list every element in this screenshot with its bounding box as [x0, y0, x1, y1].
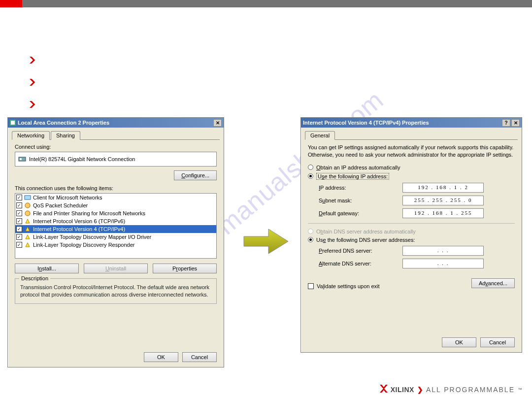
alt-dns-label: Alternate DNS server:	[319, 261, 402, 266]
list-item[interactable]: ✓File and Printer Sharing for Microsoft …	[15, 209, 216, 217]
brand-red-bar	[0, 0, 22, 7]
ok-button[interactable]: OK	[144, 352, 178, 362]
radio-use-dns[interactable]: Use the following DNS server addresses:	[308, 237, 515, 243]
list-item-label: QoS Packet Scheduler	[33, 202, 88, 208]
ok-button[interactable]: OK	[442, 337, 476, 347]
default-gateway-input[interactable]: 192 . 168 . 1 . 255	[402, 208, 484, 218]
tabs: Networking Sharing	[12, 131, 220, 140]
subnet-label: Subnet mask:	[319, 198, 402, 203]
chevron-icon: ❯	[417, 386, 423, 394]
window-title: Local Area Connection 2 Properties	[18, 120, 109, 126]
checkbox-icon[interactable]: ✓	[16, 226, 22, 232]
preferred-dns-input[interactable]: . . .	[402, 246, 484, 256]
gateway-label: Default gateway:	[319, 210, 402, 216]
info-text: You can get IP settings assigned automat…	[308, 144, 515, 159]
items-label: This connection uses the following items…	[15, 185, 217, 191]
list-item[interactable]: ✓Link-Layer Topology Discovery Mapper I/…	[15, 233, 216, 241]
bullet-chevron-icon	[30, 57, 36, 65]
properties-button[interactable]: Properties	[153, 264, 217, 273]
cancel-button[interactable]: Cancel	[480, 337, 515, 347]
list-item-label: Client for Microsoft Networks	[33, 195, 102, 200]
checkbox-icon[interactable]: ✓	[16, 234, 22, 240]
service-icon	[24, 210, 31, 217]
all-programmable-text: ALL PROGRAMMABLE	[426, 386, 515, 394]
xilinx-text: XILINX	[391, 386, 414, 394]
xilinx-logo-icon	[380, 385, 388, 394]
list-item[interactable]: ✓Internet Protocol Version 6 (TCP/IPv6)	[15, 217, 216, 225]
close-button[interactable]: ✕	[511, 119, 520, 127]
protocol-icon	[24, 233, 31, 240]
svg-point-6	[25, 211, 30, 216]
items-listbox[interactable]: ✓Client for Microsoft Networks ✓QoS Pack…	[15, 193, 217, 259]
radio-obtain-dns: Obtain DNS server address automatically	[308, 229, 515, 234]
ip-label: IP address:	[319, 185, 402, 191]
radio-icon	[308, 229, 313, 234]
list-item-selected[interactable]: ✓Internet Protocol Version 4 (TCP/IPv4)	[15, 225, 216, 233]
list-item-label: Internet Protocol Version 6 (TCP/IPv6)	[33, 218, 125, 224]
advanced-button[interactable]: Advanced...	[471, 278, 515, 288]
checkbox-icon[interactable]: ✓	[16, 195, 22, 200]
radio-icon	[308, 173, 313, 179]
checkbox-icon[interactable]: ✓	[16, 218, 22, 224]
protocol-icon	[24, 241, 31, 248]
adapter-name: Intel(R) 82574L Gigabit Network Connecti…	[29, 156, 135, 162]
close-button[interactable]: ✕	[213, 119, 222, 127]
list-item[interactable]: ✓Client for Microsoft Networks	[15, 194, 216, 201]
titlebar[interactable]: Internet Protocol Version 4 (TCP/IPv4) P…	[301, 118, 522, 128]
brand-gray-bar	[22, 0, 532, 7]
cancel-button[interactable]: Cancel	[182, 352, 217, 362]
footer-brand: XILINX ❯ ALL PROGRAMMABLE™	[380, 385, 522, 394]
radio-obtain-ip[interactable]: Obtain an IP address automatically	[308, 165, 515, 170]
window-title: Internet Protocol Version 4 (TCP/IPv4) P…	[303, 120, 429, 126]
adapter-box: Intel(R) 82574L Gigabit Network Connecti…	[15, 152, 217, 166]
radio-use-ip[interactable]: Use the following IP address:	[308, 173, 515, 180]
titlebar[interactable]: Local Area Connection 2 Properties ✕	[8, 118, 224, 128]
pref-dns-label: Preferred DNS server:	[319, 248, 402, 254]
configure-button[interactable]: Configure...	[174, 170, 217, 180]
radio-icon	[308, 165, 313, 170]
divider	[308, 223, 515, 224]
ip-address-input[interactable]: 192 . 168 . 1 . 2	[402, 183, 484, 193]
protocol-icon	[24, 218, 31, 225]
description-title: Description	[19, 275, 50, 281]
description-group: Description Transmission Control Protoco…	[15, 278, 217, 304]
validate-checkbox-row[interactable]: Validate settings upon exit	[308, 283, 380, 289]
install-button[interactable]: Install...	[15, 264, 79, 273]
list-item[interactable]: ✓QoS Packet Scheduler	[15, 201, 216, 209]
bullet-chevron-icon	[30, 79, 36, 87]
checkbox-icon[interactable]	[308, 283, 314, 289]
svg-rect-3	[20, 158, 22, 160]
client-icon	[24, 194, 31, 201]
help-button[interactable]: ?	[502, 119, 510, 127]
bullet-chevron-icon	[30, 101, 36, 109]
checkbox-icon[interactable]: ✓	[16, 202, 22, 208]
svg-rect-1	[11, 121, 15, 125]
list-item-label: File and Printer Sharing for Microsoft N…	[33, 210, 145, 216]
validate-label: Validate settings upon exit	[317, 283, 380, 289]
window-icon	[10, 120, 16, 126]
list-item[interactable]: ✓Link-Layer Topology Discovery Responder	[15, 241, 216, 249]
protocol-icon	[24, 226, 31, 233]
tab-general[interactable]: General	[305, 131, 335, 140]
list-item-label: Link-Layer Topology Discovery Responder	[33, 242, 134, 248]
network-adapter-icon	[18, 155, 26, 163]
connection-properties-dialog: Local Area Connection 2 Properties ✕ Net…	[7, 117, 224, 367]
tcpip-properties-dialog: Internet Protocol Version 4 (TCP/IPv4) P…	[300, 117, 522, 353]
connect-using-label: Connect using:	[15, 144, 217, 150]
tab-networking[interactable]: Networking	[12, 131, 50, 140]
tab-sharing[interactable]: Sharing	[51, 131, 80, 140]
checkbox-icon[interactable]: ✓	[16, 210, 22, 216]
radio-icon	[308, 237, 313, 242]
service-icon	[24, 202, 31, 209]
description-text: Transmission Control Protocol/Internet P…	[20, 284, 211, 299]
list-item-label: Internet Protocol Version 4 (TCP/IPv4)	[33, 226, 125, 232]
svg-point-5	[25, 203, 30, 208]
subnet-mask-input[interactable]: 255 . 255 . 255 . 0	[402, 196, 484, 205]
alternate-dns-input[interactable]: . . .	[402, 259, 484, 268]
checkbox-icon[interactable]: ✓	[16, 242, 22, 248]
uninstall-button: Uninstall	[84, 264, 148, 273]
list-item-label: Link-Layer Topology Discovery Mapper I/O…	[33, 234, 151, 240]
tabs: General	[305, 131, 518, 140]
svg-rect-4	[25, 196, 31, 200]
arrow-right-icon	[241, 227, 291, 257]
